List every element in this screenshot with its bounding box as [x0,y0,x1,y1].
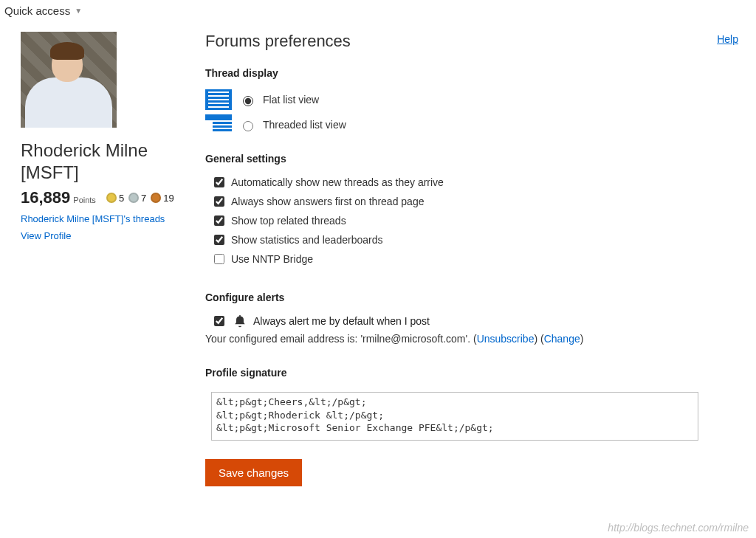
quick-access-menu[interactable]: Quick access ▼ [0,0,756,17]
nntp-label: Use NNTP Bridge [231,253,313,265]
top-related-label: Show top related threads [231,215,346,227]
page-title: Forums preferences [205,32,738,51]
auto-new-checkbox[interactable] [214,177,224,187]
gold-icon [106,193,117,203]
threads-link[interactable]: Rhoderick Milne [MSFT]'s threads [21,213,176,224]
help-link[interactable]: Help [717,33,738,45]
email-config-line: Your configured email address is: 'rmiln… [205,333,738,345]
stats-checkbox[interactable] [214,235,224,245]
threaded-list-radio[interactable] [243,121,253,131]
section-alerts: Configure alerts [205,292,738,303]
avatar [21,32,117,128]
bronze-icon [151,193,161,203]
points-value: 16,889 [21,188,70,207]
answers-first-checkbox[interactable] [214,196,224,207]
answers-first-label: Always show answers first on thread page [231,196,424,207]
gold-medal: 5 [106,193,124,204]
bronze-medal: 19 [151,193,173,204]
change-email-link[interactable]: Change [544,333,580,345]
auto-new-label: Automatically show new threads as they a… [231,176,444,188]
stats-label: Show statistics and leaderboards [231,234,382,246]
points-label: Points [73,196,96,204]
silver-medal: 7 [128,193,146,204]
quick-access-label: Quick access [4,4,70,17]
flat-list-radio[interactable] [243,96,253,106]
profile-name: Rhoderick Milne [MSFT] [21,139,176,184]
watermark: http://blogs.technet.com/rmilne [608,522,749,534]
always-alert-label: Always alert me by default when I post [253,315,430,327]
nntp-checkbox[interactable] [214,254,224,264]
view-profile-link[interactable]: View Profile [21,230,176,241]
flat-list-label: Flat list view [263,94,319,106]
chevron-down-icon: ▼ [75,7,82,15]
save-button[interactable]: Save changes [205,459,302,486]
main-content: Help Forums preferences Thread display F… [205,32,738,486]
profile-sidebar: Rhoderick Milne [MSFT] 16,889 Points 5 7… [21,32,176,486]
silver-icon [128,193,139,203]
unsubscribe-link[interactable]: Unsubscribe [477,333,535,345]
threaded-list-icon [205,114,232,135]
section-thread-display: Thread display [205,67,738,79]
section-general: General settings [205,153,738,165]
bell-icon [233,314,247,328]
threaded-list-label: Threaded list view [263,119,346,131]
points-row: 16,889 Points 5 7 19 [21,188,176,207]
signature-textarea[interactable] [211,392,698,441]
flat-list-icon [205,89,232,110]
top-related-checkbox[interactable] [214,215,224,226]
always-alert-checkbox[interactable] [214,316,224,326]
section-signature: Profile signature [205,367,738,379]
